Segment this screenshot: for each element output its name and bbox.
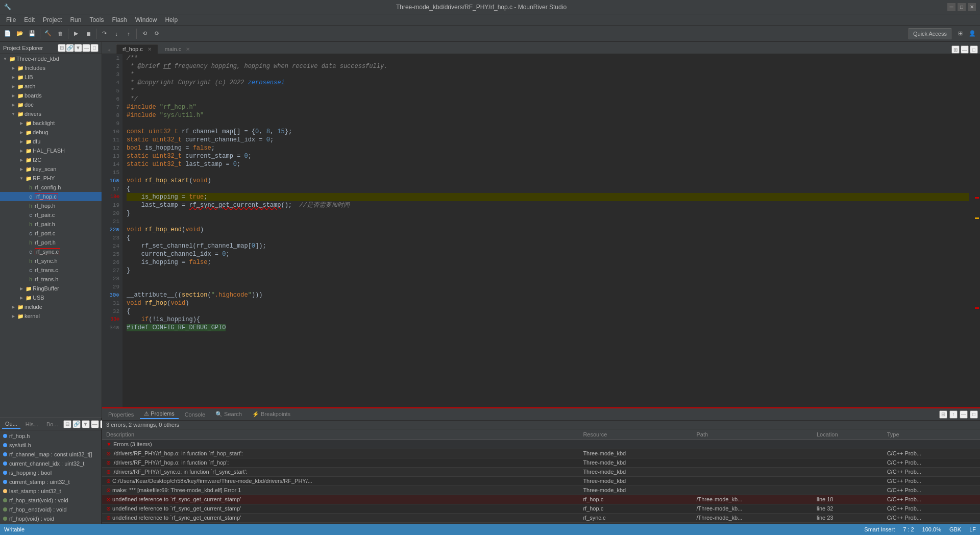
error-row-2[interactable]: ⊗ ./drivers/RF_PHY/rf_hop.o: in function… [102,458,980,467]
tree-drivers[interactable]: ▼ 📁 drivers [0,109,102,118]
outline-tab-outline[interactable]: Ou... [2,420,20,429]
tree-lib[interactable]: ▶ 📁 LIB [0,72,102,82]
quick-access-button[interactable]: Quick Access [909,28,951,39]
menu-help[interactable]: Help [161,15,182,25]
tree-backlight[interactable]: ▶ 📁 backlight [0,118,102,128]
tree-rf-port-h[interactable]: h rf_port.h [0,238,102,247]
tree-rf-trans-h[interactable]: h rf_trans.h [0,275,102,284]
menu-flash[interactable]: Flash [108,15,131,25]
outline-collapse-all[interactable]: ⊟ [63,420,71,428]
tree-rf-pair-c[interactable]: c rf_pair.c [0,210,102,220]
tree-rf-sync-c[interactable]: c rf_sync.c [0,247,102,256]
tree-rf-pair-h[interactable]: h rf_pair.h [0,220,102,229]
tab-breakpoints[interactable]: ⚡ Breakpoints [248,410,295,419]
step-return-button[interactable]: ↑ [123,28,134,39]
toolbar-view-1[interactable]: ⊞ [954,28,966,39]
tree-includes[interactable]: ▶ 📁 Includes [0,63,102,72]
toolbar-extra-1[interactable]: ⟲ [139,28,150,39]
outline-item-sys-util-h[interactable]: sys/util.h [1,441,100,450]
code-editor[interactable]: 1 2 3 4 5 6 7 8 9 10 11 12 13 14 15 16⊙ [102,54,980,407]
error-row-1[interactable]: ⊗ ./drivers/RF_PHY/rf_hop.o: in function… [102,449,980,458]
outline-item-rf-hop-start[interactable]: rf_hop_start(void) : void [1,496,100,505]
tree-rf-hop-c[interactable]: c rf_hop.c [0,192,102,201]
outline-tab-bookmarks[interactable]: Bo... [43,420,61,428]
error-row-3[interactable]: ⊗ ./drivers/RF_PHY/rf_sync.o: in functio… [102,467,980,476]
clean-button[interactable]: 🗑 [55,28,66,39]
outline-item-rf-hop-h[interactable]: rf_hop.h [1,431,100,441]
open-button[interactable]: 📂 [14,28,26,39]
problems-maximize-button[interactable]: □ [970,410,978,419]
link-with-editor-button[interactable]: 🔗 [66,44,74,52]
tree-debug[interactable]: ▶ 📁 debug [0,128,102,137]
menu-tools[interactable]: Tools [85,15,108,25]
tree-arch[interactable]: ▶ 📁 arch [0,82,102,91]
tree-key-scan[interactable]: ▶ 📁 key_scan [0,164,102,174]
tree-boards[interactable]: ▶ 📁 boards [0,91,102,100]
tree-rf-hop-h[interactable]: h rf_hop.h [0,201,102,210]
tree-dfu[interactable]: ▶ 📁 dfu [0,137,102,146]
outline-link[interactable]: 🔗 [72,420,81,428]
save-button[interactable]: 💾 [27,28,38,39]
project-menu-button[interactable]: ▼ [74,44,82,52]
error-row-7[interactable]: ⊗ undefined reference to `rf_sync_get_cu… [102,504,980,513]
toolbar-view-2[interactable]: 👤 [967,28,978,39]
tree-i2c[interactable]: ▶ 📁 I2C [0,155,102,164]
tree-rf-port-c[interactable]: c rf_port.c [0,229,102,238]
problems-container[interactable]: Description Resource Path Location Type [102,429,980,535]
tree-usb[interactable]: ▶ 📁 USB [0,293,102,302]
outline-item-rf-hop-end[interactable]: rf_hop_end(void) : void [1,505,100,514]
menu-run[interactable]: Run [66,15,85,25]
close-button[interactable]: ✕ [968,3,976,11]
error-row-8[interactable]: ⊗ undefined reference to `rf_sync_get_cu… [102,513,980,522]
tab-main-c-close[interactable]: ✕ [186,46,190,52]
editor-split-button[interactable]: ⊞ [951,45,960,54]
problems-expand-button[interactable]: ↑ [949,410,958,419]
editor-minimize-button[interactable]: — [961,45,969,54]
build-button[interactable]: 🔨 [42,28,54,39]
collapse-all-button[interactable]: ⊟ [58,44,66,52]
tree-rf-trans-c[interactable]: c rf_trans.c [0,265,102,275]
outline-item-is-hopping[interactable]: is_hopping : bool [1,468,100,477]
outline-item-last-stamp[interactable]: last_stamp : uint32_t [1,487,100,496]
menu-window[interactable]: Window [131,15,161,25]
debug-button[interactable]: ▶ [70,28,82,39]
tab-main-c[interactable]: main.c ✕ [158,44,197,54]
tab-properties[interactable]: Properties [104,410,138,419]
outline-item-rf-channel-map[interactable]: rf_channel_map : const uint32_t[] [1,450,100,459]
stop-button[interactable]: ⏹ [83,28,94,39]
editor-maximize-button[interactable]: □ [970,45,978,54]
error-row-4[interactable]: ⊗ C:/Users/Kear/Desktop/ch58x/key/firmwa… [102,476,980,485]
new-button[interactable]: 📄 [2,28,13,39]
tree-kernel[interactable]: ▶ 📁 kernel [0,311,102,321]
error-row-6[interactable]: ⊗ undefined reference to `rf_sync_get_cu… [102,495,980,504]
minimize-panel-button[interactable]: — [82,44,90,52]
minimize-button[interactable]: ─ [947,3,955,11]
problems-minimize-button[interactable]: — [960,410,968,419]
tab-rf-hop-c-close[interactable]: ✕ [148,46,152,52]
outline-menu[interactable]: ▼ [82,420,90,428]
outline-tab-history[interactable]: His... [22,420,41,428]
tree-rf-phy[interactable]: ▼ 📁 RF_PHY [0,174,102,183]
menu-edit[interactable]: Edit [20,15,39,25]
tab-console[interactable]: Console [181,410,209,419]
tree-root[interactable]: ▼ 📁 Three-mode_kbd [0,54,102,63]
tree-hal-flash[interactable]: ▶ 📁 HAL_FLASH [0,146,102,155]
menu-file[interactable]: File [2,15,20,25]
outline-minimize[interactable]: — [91,420,99,428]
tab-search[interactable]: 🔍 Search [211,410,246,419]
error-row-5[interactable]: ⊗ make: *** [makefile:69: Three-mode_kbd… [102,485,980,495]
step-over-button[interactable]: ↷ [99,28,110,39]
menu-project[interactable]: Project [39,15,66,25]
tree-ringbuffer[interactable]: ▶ 📁 RingBuffer [0,284,102,293]
tree-rf-sync-h[interactable]: h rf_sync.h [0,256,102,265]
step-into-button[interactable]: ↓ [111,28,122,39]
tree-include[interactable]: ▶ 📁 include [0,302,102,311]
tab-rf-hop-c[interactable]: rf_hop.c ✕ [116,44,158,54]
tree-rf-config-h[interactable]: h rf_config.h [0,183,102,192]
tree-doc[interactable]: ▶ 📁 doc [0,100,102,109]
toolbar-extra-2[interactable]: ⟳ [151,28,162,39]
problems-filter-button[interactable]: ⊟ [939,410,947,419]
tab-problems[interactable]: ⚠ Problems [140,409,179,419]
outline-item-current-channel-idx[interactable]: current_channel_idx : uint32_t [1,459,100,468]
outline-item-rf-hop[interactable]: rf_hop(void) : void [1,514,100,523]
